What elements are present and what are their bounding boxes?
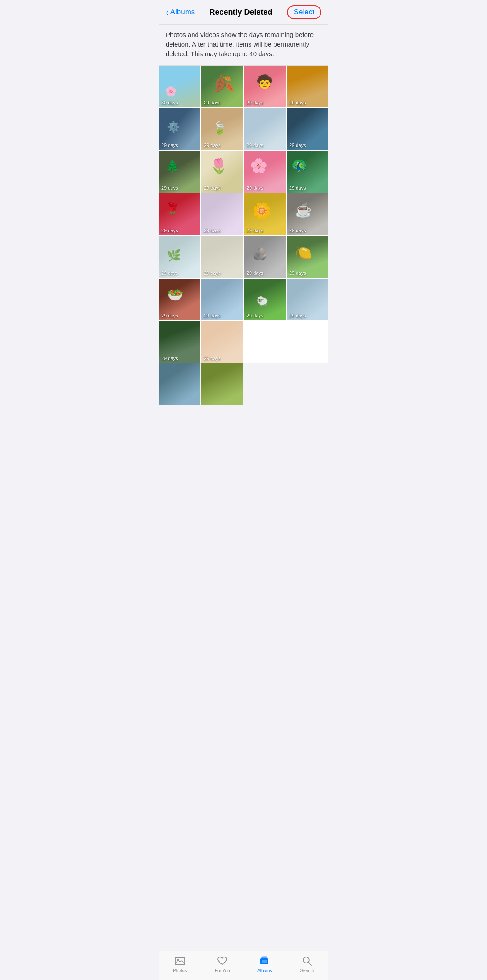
- photo-cell-26[interactable]: 29 days: [201, 321, 243, 363]
- chevron-left-icon: ‹: [166, 7, 169, 17]
- photo-cell-15[interactable]: 29 days: [244, 193, 286, 235]
- photo-cell-12[interactable]: 29 days: [287, 151, 328, 193]
- days-label-10: 29 days: [204, 185, 221, 190]
- photo-cell-2[interactable]: 29 days: [201, 66, 243, 107]
- photo-cell-4[interactable]: 29 days: [287, 66, 328, 107]
- partial-row: [159, 363, 328, 405]
- photo-cell-28[interactable]: [201, 363, 243, 405]
- tab-search[interactable]: Search: [286, 955, 329, 973]
- tab-for-you-label: For You: [215, 968, 230, 973]
- photo-grid: 30 days29 days29 days29 days29 days29 da…: [159, 66, 328, 363]
- days-label-12: 29 days: [289, 185, 306, 190]
- svg-rect-3: [261, 957, 267, 958]
- days-label-15: 29 days: [247, 228, 264, 233]
- days-label-25: 29 days: [161, 356, 178, 361]
- days-label-8: 29 days: [289, 143, 306, 148]
- page-title: Recently Deleted: [210, 8, 273, 17]
- search-icon: [301, 955, 313, 967]
- svg-rect-5: [262, 960, 267, 963]
- days-label-3: 29 days: [247, 100, 264, 105]
- photo-cell-5[interactable]: 29 days: [159, 108, 200, 150]
- days-label-22: 29 days: [204, 313, 221, 318]
- photo-cell-21[interactable]: 29 days: [159, 279, 200, 320]
- photo-cell-7[interactable]: 29 days: [244, 108, 286, 150]
- photo-cell-20[interactable]: 29 days: [287, 236, 328, 278]
- info-text: Photos and videos show the days remainin…: [166, 31, 314, 57]
- svg-rect-0: [175, 957, 185, 965]
- photo-cell-19[interactable]: 29 days: [244, 236, 286, 278]
- photo-cell-27[interactable]: [159, 363, 200, 405]
- days-label-24: 29 days: [289, 313, 306, 318]
- navigation-bar: ‹ Albums Recently Deleted Select: [159, 0, 328, 25]
- tab-bar: Photos For You Albums Search: [159, 951, 328, 980]
- days-label-17: 29 days: [161, 270, 178, 276]
- days-label-26: 29 days: [204, 356, 221, 361]
- photo-cell-6[interactable]: 29 days: [201, 108, 243, 150]
- back-label: Albums: [170, 8, 195, 17]
- photo-cell-11[interactable]: 29 days: [244, 151, 286, 193]
- tab-search-label: Search: [300, 968, 314, 973]
- photo-cell-17[interactable]: 29 days: [159, 236, 200, 278]
- days-label-6: 29 days: [204, 143, 221, 148]
- days-label-11: 29 days: [247, 185, 264, 190]
- photo-cell-1[interactable]: 30 days: [159, 66, 200, 107]
- days-label-5: 29 days: [161, 143, 178, 148]
- tab-photos-label: Photos: [173, 968, 187, 973]
- days-label-2: 29 days: [204, 100, 221, 105]
- tab-albums[interactable]: Albums: [244, 955, 286, 973]
- days-label-18: 29 days: [204, 270, 221, 276]
- days-label-21: 29 days: [161, 313, 178, 318]
- photo-cell-10[interactable]: 29 days: [201, 151, 243, 193]
- photo-cell-3[interactable]: 29 days: [244, 66, 286, 107]
- days-label-9: 29 days: [161, 185, 178, 190]
- select-button[interactable]: Select: [287, 5, 321, 19]
- photo-cell-23[interactable]: 29 days: [244, 279, 286, 320]
- photo-cell-18[interactable]: 29 days: [201, 236, 243, 278]
- back-button[interactable]: ‹ Albums: [166, 7, 195, 17]
- photo-cell-9[interactable]: 29 days: [159, 151, 200, 193]
- tab-photos[interactable]: Photos: [159, 955, 201, 973]
- days-label-4: 29 days: [289, 100, 306, 105]
- days-label-1: 30 days: [161, 100, 178, 105]
- days-label-13: 29 days: [161, 228, 178, 233]
- photo-cell-14[interactable]: 29 days: [201, 193, 243, 235]
- info-banner: Photos and videos show the days remainin…: [159, 25, 328, 66]
- albums-icon: [259, 955, 271, 967]
- photo-grid-wrapper: 30 days29 days29 days29 days29 days29 da…: [159, 66, 328, 440]
- photo-cell-25[interactable]: 29 days: [159, 321, 200, 363]
- photo-cell-16[interactable]: 29 days: [287, 193, 328, 235]
- days-label-19: 29 days: [247, 270, 264, 276]
- days-label-23: 29 days: [247, 313, 264, 318]
- photo-cell-24[interactable]: 29 days: [287, 279, 328, 320]
- days-label-20: 29 days: [289, 270, 306, 276]
- days-label-7: 29 days: [247, 143, 264, 148]
- photo-cell-13[interactable]: 29 days: [159, 193, 200, 235]
- photo-cell-22[interactable]: 29 days: [201, 279, 243, 320]
- days-label-16: 29 days: [289, 228, 306, 233]
- svg-line-7: [308, 962, 311, 965]
- tab-albums-label: Albums: [257, 968, 272, 973]
- svg-rect-4: [262, 956, 267, 957]
- for-you-icon: [216, 955, 228, 967]
- tab-for-you[interactable]: For You: [201, 955, 244, 973]
- days-label-14: 29 days: [204, 228, 221, 233]
- photos-icon: [174, 955, 186, 967]
- photo-cell-8[interactable]: 29 days: [287, 108, 328, 150]
